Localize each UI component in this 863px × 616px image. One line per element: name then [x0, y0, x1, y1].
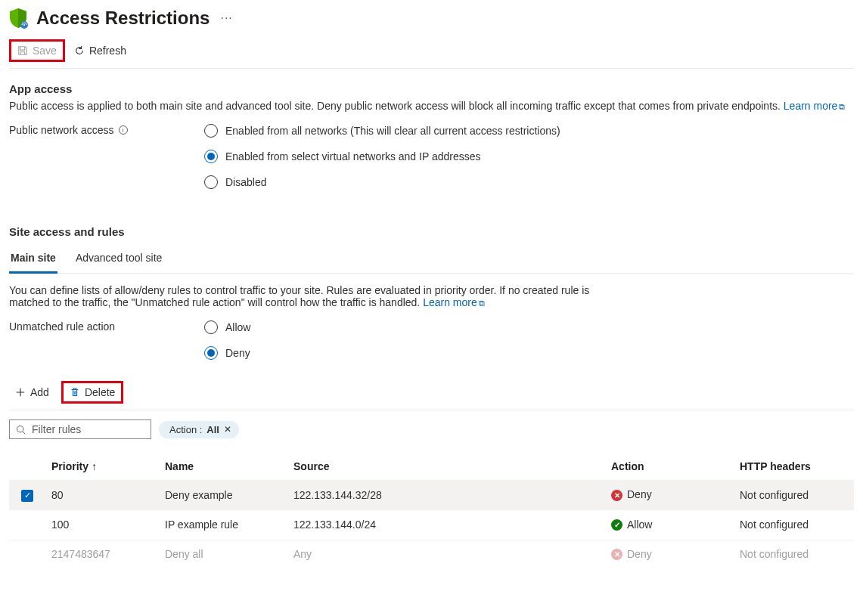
delete-highlight: Delete — [61, 381, 123, 404]
col-action[interactable]: Action — [605, 453, 734, 481]
table-row[interactable]: ✓80Deny example122.133.144.32/28✕DenyNot… — [9, 481, 854, 510]
learn-more-link[interactable]: Learn more⧉ — [784, 100, 846, 112]
save-button[interactable]: Save — [11, 42, 63, 60]
delete-button[interactable]: Delete — [64, 383, 121, 401]
row-checkbox[interactable]: ✓ — [21, 490, 33, 502]
save-highlight: Save — [9, 39, 65, 62]
clear-filter-icon[interactable]: ✕ — [224, 424, 231, 435]
public-network-radio-group: Enabled from all networks (This will cle… — [204, 124, 560, 189]
plus-icon — [15, 387, 26, 398]
radio-disabled[interactable]: Disabled — [204, 175, 560, 189]
external-link-icon: ⧉ — [839, 102, 845, 111]
site-tabs: Main site Advanced tool site — [9, 246, 854, 274]
table-row[interactable]: 2147483647Deny allAny✕DenyNot configured — [9, 540, 854, 568]
radio-icon — [204, 320, 218, 334]
cell-name: IP example rule — [159, 509, 287, 540]
public-network-access-field: Public network access i Enabled from all… — [9, 124, 854, 189]
cell-priority: 2147483647 — [45, 540, 159, 568]
unmatched-rule-field: Unmatched rule action Allow Deny — [9, 320, 854, 360]
external-link-icon: ⧉ — [479, 299, 485, 308]
radio-enabled-select[interactable]: Enabled from select virtual networks and… — [204, 150, 560, 163]
radio-icon — [204, 124, 218, 138]
shield-icon — [9, 8, 29, 29]
radio-unmatched-deny[interactable]: Deny — [204, 346, 250, 360]
command-bar: Save Refresh — [9, 33, 854, 69]
cell-http: Not configured — [734, 540, 854, 568]
learn-more-link[interactable]: Learn more⧉ — [423, 296, 485, 308]
deny-icon: ✕ — [611, 490, 622, 501]
unmatched-radio-group: Allow Deny — [204, 320, 250, 360]
filter-pill-action[interactable]: Action : All ✕ — [159, 421, 239, 438]
radio-enabled-all[interactable]: Enabled from all networks (This will cle… — [204, 124, 560, 138]
svg-point-1 — [23, 24, 25, 26]
svg-point-2 — [17, 426, 23, 432]
site-rules-description: You can define lists of allow/deny rules… — [9, 284, 629, 308]
cell-source: 122.133.144.32/28 — [287, 481, 605, 510]
col-priority[interactable]: Priority ↑ — [45, 453, 159, 481]
more-icon[interactable]: ··· — [220, 11, 232, 25]
filter-row: Filter rules Action : All ✕ — [9, 419, 854, 439]
deny-icon: ✕ — [611, 549, 622, 560]
table-header-row: Priority ↑ Name Source Action HTTP heade… — [9, 453, 854, 481]
col-http[interactable]: HTTP headers — [734, 453, 854, 481]
cell-priority: 100 — [45, 509, 159, 540]
search-icon — [16, 425, 26, 435]
public-network-access-label: Public network access i — [9, 124, 204, 136]
unmatched-rule-label: Unmatched rule action — [9, 320, 204, 333]
cell-action: ✕Deny — [605, 481, 734, 510]
row-checkbox[interactable] — [21, 518, 33, 530]
app-access-heading: App access — [9, 82, 854, 95]
tab-advanced-tool-site[interactable]: Advanced tool site — [74, 246, 163, 273]
cell-action: ✓Allow — [605, 509, 734, 540]
radio-icon — [204, 150, 218, 163]
tab-main-site[interactable]: Main site — [9, 246, 57, 274]
col-source[interactable]: Source — [287, 453, 605, 481]
cell-source: 122.133.144.0/24 — [287, 509, 605, 540]
rules-table: Priority ↑ Name Source Action HTTP heade… — [9, 453, 854, 568]
save-icon — [17, 45, 28, 56]
cell-http: Not configured — [734, 481, 854, 510]
col-name[interactable]: Name — [159, 453, 287, 481]
table-row[interactable]: 100IP example rule122.133.144.0/24✓Allow… — [9, 509, 854, 540]
cell-source: Any — [287, 540, 605, 568]
cell-http: Not configured — [734, 509, 854, 540]
allow-icon: ✓ — [611, 519, 622, 531]
add-button[interactable]: Add — [9, 383, 55, 401]
radio-unmatched-allow[interactable]: Allow — [204, 320, 250, 334]
trash-icon — [70, 387, 80, 398]
cell-name: Deny example — [159, 481, 287, 510]
page-header: Access Restrictions ··· — [9, 0, 854, 33]
refresh-icon — [74, 45, 85, 56]
radio-icon — [204, 175, 218, 189]
app-access-description: Public access is applied to both main si… — [9, 100, 854, 112]
cell-name: Deny all — [159, 540, 287, 568]
refresh-button[interactable]: Refresh — [68, 42, 132, 60]
site-rules-heading: Site access and rules — [9, 225, 854, 238]
info-icon[interactable]: i — [119, 125, 128, 135]
rules-toolbar: Add Delete — [9, 381, 854, 410]
cell-priority: 80 — [45, 481, 159, 510]
filter-rules-input[interactable]: Filter rules — [9, 419, 151, 439]
page-title: Access Restrictions — [36, 8, 210, 29]
radio-icon — [204, 346, 218, 360]
cell-action: ✕Deny — [605, 540, 734, 568]
